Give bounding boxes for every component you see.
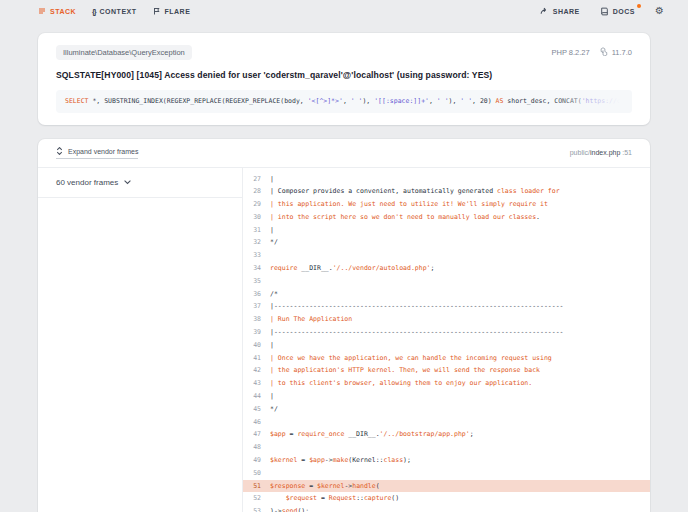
docs-label: DOCS: [613, 8, 635, 15]
line-code: | Once we have the application, we can h…: [270, 352, 552, 365]
line-number: 31: [243, 224, 261, 237]
code-line-51: 51$response = $kernel->handle(: [243, 480, 650, 493]
file-line-number: :51: [620, 149, 632, 156]
stack-header: Expand vendor frames public/index.php :5…: [38, 139, 650, 168]
current-file-path: public/index.php :51: [570, 149, 632, 156]
tab-stack[interactable]: STACK: [38, 7, 76, 15]
line-number: 43: [243, 377, 261, 390]
code-line-27: 27|: [243, 173, 650, 186]
line-number: 48: [243, 441, 261, 454]
code-line-30: 30| into the script here so we don't nee…: [243, 211, 650, 224]
code-line-41: 41| Once we have the application, we can…: [243, 352, 650, 365]
line-code: |---------------------------------------…: [270, 326, 564, 339]
line-code: $kernel = $app->make(Kernel::class);: [270, 454, 411, 467]
code-line-40: 40|: [243, 339, 650, 352]
line-number: 28: [243, 185, 261, 198]
line-code: | this application. We just need to util…: [270, 198, 548, 211]
code-line-46: 46: [243, 416, 650, 429]
line-number: 36: [243, 288, 261, 301]
line-number: 53: [243, 505, 261, 512]
code-line-52: 52 $request = Request::capture(): [243, 492, 650, 505]
line-code: | to this client's browser, allowing the…: [270, 377, 532, 390]
tab-flare-label: FLARE: [165, 8, 191, 15]
code-editor: 27|28| Composer provides a convenient, a…: [243, 168, 650, 512]
version-info: PHP 8.2.27 11.7.0: [551, 47, 632, 58]
expand-vendor-frames-button[interactable]: Expand vendor frames: [56, 147, 138, 159]
line-number: 51: [243, 480, 261, 493]
exception-message: SQLSTATE[HY000] [1045] Access denied for…: [56, 70, 632, 80]
laravel-version: 11.7.0: [600, 47, 632, 58]
line-number: 45: [243, 403, 261, 416]
sql-query: SELECT *, SUBSTRING_INDEX(REGEXP_REPLACE…: [56, 90, 632, 113]
line-code: |: [270, 339, 274, 352]
code-line-31: 31|: [243, 224, 650, 237]
vendor-frames-label: 60 vendor frames: [56, 178, 118, 187]
frames-sidebar: 60 vendor frames: [38, 168, 243, 512]
line-code: | Run The Application: [270, 313, 352, 326]
line-code: | into the script here so we don't need …: [270, 211, 540, 224]
line-code: |---------------------------------------…: [270, 300, 564, 313]
line-code: $response = $kernel->handle(: [270, 480, 380, 493]
book-icon: [600, 7, 609, 16]
line-number: 32: [243, 236, 261, 249]
line-code: |: [270, 224, 274, 237]
top-navbar: STACK { } CONTEXT FLARE SHARE DOCS ⚙: [0, 0, 688, 22]
line-number: 35: [243, 275, 261, 288]
code-line-49: 49$kernel = $app->make(Kernel::class);: [243, 454, 650, 467]
line-number: 44: [243, 390, 261, 403]
line-code: | the application's HTTP kernel. Then, w…: [270, 364, 540, 377]
line-number: 41: [243, 352, 261, 365]
code-line-36: 36/*: [243, 288, 650, 301]
line-number: 37: [243, 300, 261, 313]
code-line-33: 33: [243, 249, 650, 262]
tab-stack-label: STACK: [50, 8, 76, 15]
line-code: )->send();: [270, 505, 309, 512]
stack-trace-card: Expand vendor frames public/index.php :5…: [38, 139, 650, 512]
code-line-48: 48: [243, 441, 650, 454]
tab-context[interactable]: { } CONTEXT: [92, 7, 136, 16]
laravel-version-number: 11.7.0: [612, 48, 632, 57]
nav-actions: SHARE DOCS ⚙: [540, 6, 664, 16]
docs-button[interactable]: DOCS: [600, 7, 635, 16]
code-line-50: 50: [243, 467, 650, 480]
code-lines: 27|28| Composer provides a convenient, a…: [243, 173, 650, 512]
settings-gear-icon[interactable]: ⚙: [655, 6, 664, 16]
share-icon: [540, 7, 549, 15]
exception-card: Illuminate\Database\QueryException PHP 8…: [38, 33, 650, 125]
nav-tabs: STACK { } CONTEXT FLARE: [38, 7, 190, 16]
expand-icon: [56, 147, 63, 156]
line-code: |: [270, 173, 274, 186]
vendor-frames-dropdown[interactable]: 60 vendor frames: [38, 168, 242, 198]
code-line-34: 34require __DIR__.'/../vendor/autoload.p…: [243, 262, 650, 275]
code-line-39: 39|-------------------------------------…: [243, 326, 650, 339]
line-number: 47: [243, 428, 261, 441]
line-code: /*: [270, 288, 278, 301]
line-code: $request = Request::capture(): [270, 492, 399, 505]
line-number: 50: [243, 467, 261, 480]
chevron-down-icon: [124, 178, 131, 187]
line-number: 38: [243, 313, 261, 326]
file-path-prefix: public/: [570, 149, 590, 156]
share-button[interactable]: SHARE: [540, 7, 580, 15]
line-number: 46: [243, 416, 261, 429]
tab-flare[interactable]: FLARE: [153, 7, 191, 15]
line-number: 27: [243, 173, 261, 186]
line-number: 33: [243, 249, 261, 262]
code-line-43: 43| to this client's browser, allowing t…: [243, 377, 650, 390]
docs-notification-dot: [637, 4, 641, 8]
exception-class-badge: Illuminate\Database\QueryException: [56, 45, 192, 60]
stack-icon: [38, 7, 46, 15]
expand-vendor-frames-label: Expand vendor frames: [68, 148, 138, 155]
line-code: |: [270, 390, 274, 403]
line-code: */: [270, 236, 278, 249]
line-number: 39: [243, 326, 261, 339]
code-line-35: 35: [243, 275, 650, 288]
code-line-38: 38| Run The Application: [243, 313, 650, 326]
line-number: 34: [243, 262, 261, 275]
php-version: PHP 8.2.27: [551, 48, 589, 57]
line-number: 49: [243, 454, 261, 467]
line-code: $app = require_once __DIR__.'/../bootstr…: [270, 428, 474, 441]
line-code: */: [270, 403, 278, 416]
laravel-icon: [600, 47, 609, 58]
code-line-29: 29| this application. We just need to ut…: [243, 198, 650, 211]
